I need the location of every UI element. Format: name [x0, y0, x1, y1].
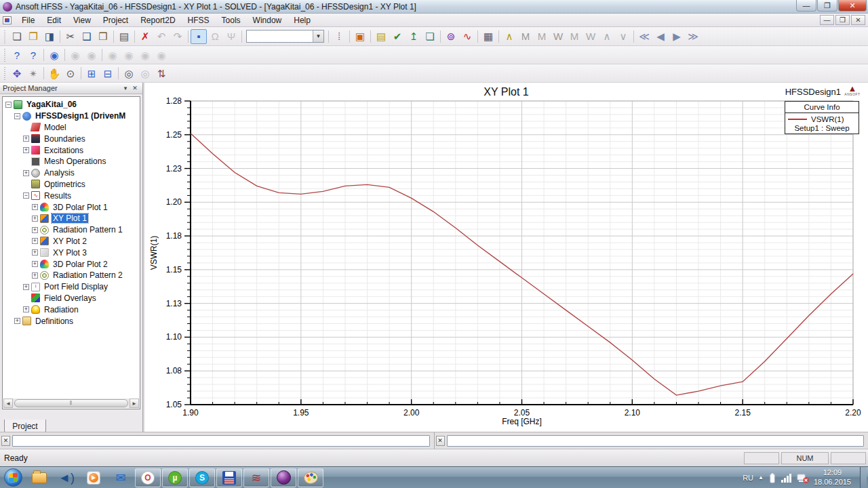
- expand-icon[interactable]: +: [32, 216, 38, 222]
- copy-image-icon[interactable]: ▦: [480, 29, 496, 44]
- designer-icon[interactable]: ≋: [243, 468, 269, 487]
- valley2-marker-icon[interactable]: W: [583, 29, 599, 44]
- fit-all-icon[interactable]: ◎: [121, 66, 137, 81]
- menu-file[interactable]: File: [16, 14, 41, 26]
- message-panel-close-icon[interactable]: ✕: [1, 436, 10, 446]
- tree-item-field-overlays[interactable]: Field Overlays: [43, 293, 98, 303]
- orient-axis-icon[interactable]: ⇅: [153, 66, 170, 81]
- validate-icon[interactable]: ✔: [389, 29, 406, 44]
- tree-item-yagakitai-06[interactable]: YagaKitai_06: [25, 100, 78, 109]
- list-icon[interactable]: ⁞: [331, 29, 347, 44]
- tree-item-hfssdesign1-drivenm[interactable]: HFSSDesign1 (DrivenM: [34, 111, 127, 121]
- opera-icon[interactable]: O: [135, 468, 161, 487]
- media-player-icon[interactable]: ▶: [81, 468, 106, 487]
- tree-item-definitions[interactable]: Definitions: [34, 317, 75, 326]
- panel-menu-icon[interactable]: ▾: [121, 84, 130, 93]
- expand-icon[interactable]: +: [14, 318, 20, 324]
- validation-check-icon[interactable]: ▣: [352, 29, 368, 44]
- paste-icon[interactable]: ❒: [95, 29, 111, 44]
- tree-item-results[interactable]: Results: [43, 191, 73, 201]
- scroll-thumb[interactable]: ⫴: [14, 399, 128, 407]
- expand-icon[interactable]: +: [23, 147, 29, 153]
- battery-icon[interactable]: [768, 472, 776, 483]
- panel-close-icon[interactable]: ✕: [130, 84, 140, 93]
- expand-icon[interactable]: +: [23, 284, 29, 290]
- network-error-icon[interactable]: [797, 472, 809, 483]
- clock[interactable]: 12:09 18.06.2015: [814, 468, 851, 487]
- expand-icon[interactable]: +: [23, 306, 29, 312]
- menu-help[interactable]: Help: [288, 14, 317, 26]
- show-desktop-button[interactable]: [860, 467, 867, 488]
- design-list-combobox[interactable]: ▼: [246, 30, 324, 43]
- expand-icon[interactable]: +: [23, 170, 29, 176]
- pan-icon[interactable]: ✋: [46, 66, 62, 81]
- zoom-out-icon[interactable]: ⊟: [100, 66, 116, 81]
- skype-icon[interactable]: S: [189, 468, 215, 487]
- mdi-minimize-button[interactable]: —: [820, 15, 834, 25]
- rotate-icon[interactable]: ⊙: [62, 66, 79, 81]
- tree-item-radiation[interactable]: Radiation: [43, 305, 80, 314]
- hfss-icon[interactable]: [271, 468, 296, 487]
- peak-marker-icon[interactable]: ∧: [501, 29, 517, 44]
- tree-item-3d-polar-plot-2[interactable]: 3D Polar Plot 2: [52, 260, 109, 269]
- expand-icon[interactable]: +: [32, 272, 38, 279]
- delta-down-marker-icon[interactable]: ∨: [615, 29, 631, 44]
- analysis-setup-icon[interactable]: ▤: [373, 29, 389, 44]
- delete-icon[interactable]: ✗: [137, 29, 153, 44]
- menu-hfss[interactable]: HFSS: [182, 14, 216, 26]
- toolbar-grip[interactable]: [3, 30, 7, 43]
- tree-item-radiation-pattern-2[interactable]: Radiation Pattern 2: [52, 270, 124, 280]
- new-icon[interactable]: ❏: [9, 29, 25, 44]
- mail-icon[interactable]: ✉: [108, 468, 134, 487]
- min-marker-icon[interactable]: M: [534, 29, 550, 44]
- message-panel-field[interactable]: [12, 435, 430, 447]
- expand-icon[interactable]: +: [32, 249, 38, 256]
- expand-icon[interactable]: +: [32, 261, 38, 267]
- scroll-right-icon[interactable]: ►: [130, 399, 139, 408]
- progress-panel-close-icon[interactable]: ✕: [436, 436, 445, 446]
- copy-icon[interactable]: ❑: [79, 29, 95, 44]
- save-icon[interactable]: ◨: [41, 29, 58, 44]
- prev-sweep-icon[interactable]: ◀: [652, 29, 669, 44]
- progress-panel-field[interactable]: [447, 435, 865, 447]
- collapse-icon[interactable]: −: [14, 113, 20, 119]
- last-sweep-icon[interactable]: ≫: [685, 29, 701, 44]
- scroll-left-icon[interactable]: ◄: [3, 399, 13, 408]
- tree-item-boundaries[interactable]: Boundaries: [43, 134, 87, 144]
- tree-item-3d-polar-plot-1[interactable]: 3D Polar Plot 1: [52, 203, 109, 212]
- next-sweep-icon[interactable]: ▶: [669, 29, 685, 44]
- model-3d-icon[interactable]: ✥: [9, 66, 25, 81]
- max2-marker-icon[interactable]: M: [566, 29, 583, 44]
- menu-window[interactable]: Window: [247, 14, 288, 26]
- project-tab[interactable]: Project: [4, 420, 46, 433]
- toolbar-grip[interactable]: [3, 66, 7, 80]
- paint-icon[interactable]: [298, 468, 323, 487]
- create-report-icon[interactable]: ∿: [459, 29, 475, 44]
- tree-item-xy-plot-2[interactable]: XY Plot 2: [52, 237, 88, 246]
- expand-icon[interactable]: +: [32, 227, 38, 233]
- menu-view[interactable]: View: [67, 14, 97, 26]
- tree-item-model[interactable]: Model: [43, 123, 68, 132]
- restore-button[interactable]: ❐: [817, 0, 837, 12]
- select-object-icon[interactable]: ▪: [191, 29, 207, 44]
- whats-this-icon[interactable]: ?: [25, 47, 41, 62]
- dynamic-help-icon[interactable]: ?: [9, 47, 25, 62]
- analyze-all-icon[interactable]: ↥: [406, 29, 422, 44]
- expand-icon[interactable]: +: [32, 204, 38, 210]
- collapse-icon[interactable]: −: [5, 102, 12, 108]
- collapse-icon[interactable]: −: [23, 192, 29, 199]
- tree-item-xy-plot-3[interactable]: XY Plot 3: [52, 248, 88, 258]
- expand-icon[interactable]: +: [23, 136, 29, 142]
- volume-icon[interactable]: ◄): [54, 468, 79, 487]
- cut-icon[interactable]: ✂: [62, 29, 79, 44]
- tree-item-analysis[interactable]: Analysis: [43, 168, 76, 178]
- mdi-close-button[interactable]: ✕: [851, 15, 865, 25]
- xy-plot-chart[interactable]: 1.051.081.101.131.151.181.201.231.251.28…: [144, 83, 868, 432]
- start-button[interactable]: [4, 468, 22, 487]
- tree-horizontal-scrollbar[interactable]: ◄ ⫴ ►: [3, 399, 139, 408]
- zoom-in-icon[interactable]: ⊞: [83, 66, 100, 81]
- tree-item-xy-plot-1[interactable]: XY Plot 1: [52, 214, 88, 223]
- save-tool-icon[interactable]: [216, 468, 242, 487]
- language-indicator[interactable]: RU: [743, 474, 753, 482]
- expand-icon[interactable]: +: [32, 238, 38, 244]
